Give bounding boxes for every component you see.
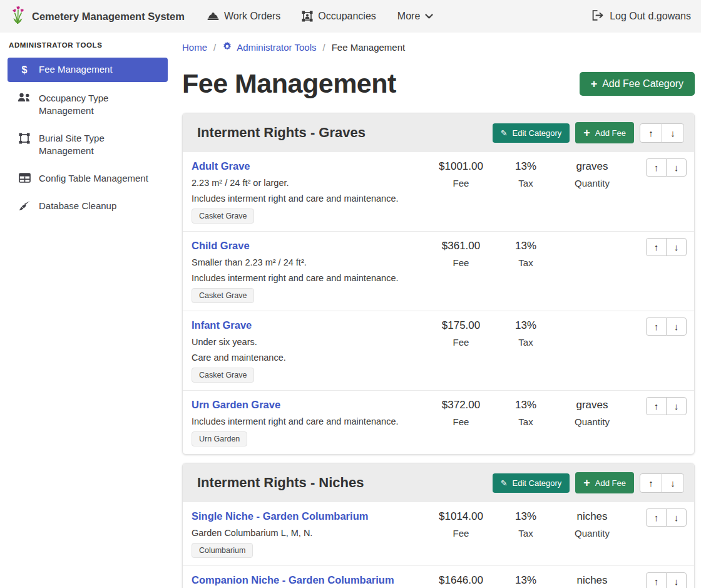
fee-description: Care and maintenance. (192, 353, 428, 363)
tax-amount: 13% (494, 160, 558, 173)
breadcrumb-separator: / (322, 42, 325, 53)
fee-tag-badge: Casket Grave (192, 288, 254, 303)
tax-label: Tax (494, 416, 558, 427)
move-category-up-button[interactable]: ↑ (640, 473, 662, 493)
fee-tag-badge: Casket Grave (192, 209, 254, 224)
fee-name-link[interactable]: Companion Niche - Garden Columbarium (192, 574, 394, 586)
sidebar-item-database-cleanup[interactable]: Database Cleanup (8, 195, 168, 217)
move-fee-down-button[interactable]: ↓ (666, 317, 687, 336)
fee-row: Infant Grave Under six years. Care and m… (183, 311, 694, 391)
nav-more[interactable]: More (397, 11, 433, 22)
tax-amount: 13% (494, 510, 558, 523)
move-category-down-button[interactable]: ↓ (662, 473, 684, 493)
nav-work-orders-label: Work Orders (224, 11, 280, 22)
breadcrumb-home-link[interactable]: Home (182, 42, 207, 53)
add-fee-category-label: Add Fee Category (602, 78, 683, 90)
fee-name-link[interactable]: Infant Grave (192, 319, 252, 331)
move-fee-up-button[interactable]: ↑ (646, 508, 667, 527)
fee-label: Fee (428, 337, 494, 348)
plus-icon: + (591, 78, 598, 90)
move-category-down-button[interactable]: ↓ (662, 123, 684, 143)
people-icon (18, 93, 31, 102)
add-fee-button[interactable]: + Add Fee (575, 122, 634, 143)
move-fee-up-button[interactable]: ↑ (646, 238, 667, 256)
category-title: Interment Rights - Niches (197, 475, 364, 491)
fee-description: Under six years. (192, 337, 428, 347)
move-fee-down-button[interactable]: ↓ (666, 508, 687, 527)
fee-amount: $1014.00 (428, 510, 494, 523)
nav-work-orders[interactable]: Work Orders (207, 11, 280, 22)
sidebar-item-occupancy-type[interactable]: Occupancy Type Management (8, 87, 168, 122)
move-category-up-button[interactable]: ↑ (640, 123, 662, 143)
frame-icon (18, 133, 31, 144)
fee-row: Companion Niche - Garden Columbarium Gar… (183, 566, 694, 588)
sidebar-item-label: Burial Site Type Management (39, 132, 161, 157)
breadcrumb-admin-tools-link[interactable]: Administrator Tools (222, 41, 316, 53)
move-fee-up-button[interactable]: ↑ (646, 158, 667, 177)
fee-amount: $361.00 (428, 240, 494, 252)
breadcrumb-separator: / (213, 42, 216, 53)
edit-category-button[interactable]: ✎ Edit Category (493, 123, 570, 143)
quantity-label: Quantity (558, 528, 627, 539)
category-header: Interment Rights - Graves ✎ Edit Categor… (183, 113, 694, 152)
sidebar-item-config-table[interactable]: Config Table Management (8, 167, 168, 190)
breadcrumb-current: Fee Management (332, 42, 406, 53)
sidebar-item-label: Database Cleanup (39, 200, 116, 212)
category-title: Interment Rights - Graves (197, 125, 366, 141)
add-fee-button[interactable]: + Add Fee (575, 472, 634, 493)
move-fee-down-button[interactable]: ↓ (666, 238, 687, 256)
fee-row: Urn Garden Grave Includes interment righ… (183, 391, 694, 454)
sidebar-item-burial-site-type[interactable]: Burial Site Type Management (8, 127, 168, 162)
fee-tag-badge: Columbarium (192, 543, 253, 558)
brand[interactable]: Cemetery Management System (10, 5, 185, 28)
table-icon (18, 173, 31, 183)
add-fee-category-button[interactable]: + Add Fee Category (580, 72, 695, 96)
add-fee-label: Add Fee (595, 128, 626, 138)
tax-amount: 13% (494, 319, 558, 332)
move-fee-up-button[interactable]: ↑ (646, 397, 667, 415)
nav-more-label: More (397, 11, 420, 22)
move-fee-down-button[interactable]: ↓ (666, 158, 687, 177)
fee-name-link[interactable]: Urn Garden Grave (192, 399, 280, 411)
tax-amount: 13% (494, 399, 558, 411)
logout-button[interactable]: Log Out d.gowans (592, 10, 691, 23)
nav-occupancies[interactable]: Occupancies (302, 11, 376, 22)
fee-amount: $372.00 (428, 399, 494, 411)
plus-icon: + (583, 477, 590, 488)
chevron-down-icon (425, 14, 433, 19)
fee-amount: $1646.00 (428, 574, 494, 587)
quantity-unit: niches (558, 510, 627, 523)
pencil-icon: ✎ (501, 128, 508, 138)
fee-description: Includes interment right and care and ma… (192, 193, 428, 204)
quantity-unit: graves (558, 399, 627, 411)
fee-name-link[interactable]: Adult Grave (192, 160, 250, 172)
category-header: Interment Rights - Niches ✎ Edit Categor… (183, 463, 694, 502)
fee-description: Includes interment right and care and ma… (192, 416, 428, 426)
quantity-unit: niches (558, 574, 627, 587)
fee-label: Fee (428, 528, 494, 539)
move-fee-up-button[interactable]: ↑ (646, 572, 667, 588)
tax-label: Tax (494, 257, 558, 268)
sidebar-item-label: Config Table Management (39, 172, 148, 185)
move-fee-up-button[interactable]: ↑ (646, 317, 667, 336)
edit-category-button[interactable]: ✎ Edit Category (493, 473, 570, 493)
fee-row: Child Grave Smaller than 2.23 m² / 24 ft… (183, 232, 694, 311)
logout-icon (592, 10, 604, 23)
breadcrumb-admin-tools-label: Administrator Tools (237, 42, 316, 53)
fee-description: 2.23 m² / 24 ft² or larger. (192, 178, 428, 188)
move-fee-down-button[interactable]: ↓ (666, 397, 687, 415)
add-fee-label: Add Fee (595, 478, 626, 488)
move-fee-down-button[interactable]: ↓ (666, 572, 687, 588)
page-title: Fee Management (182, 68, 396, 99)
tax-label: Tax (494, 178, 558, 188)
sidebar-item-label: Fee Management (39, 63, 113, 76)
nav-occupancies-label: Occupancies (318, 11, 376, 22)
fee-description: Smaller than 2.23 m² / 24 ft². (192, 257, 428, 267)
sidebar-item-fee-management[interactable]: $ Fee Management (8, 58, 168, 82)
fee-name-link[interactable]: Single Niche - Garden Columbarium (192, 510, 368, 522)
fee-label: Fee (428, 257, 494, 268)
quantity-unit: graves (558, 160, 627, 173)
fee-name-link[interactable]: Child Grave (192, 240, 250, 252)
fee-category-card: Interment Rights - Niches ✎ Edit Categor… (182, 463, 695, 588)
fee-amount: $175.00 (428, 319, 494, 332)
